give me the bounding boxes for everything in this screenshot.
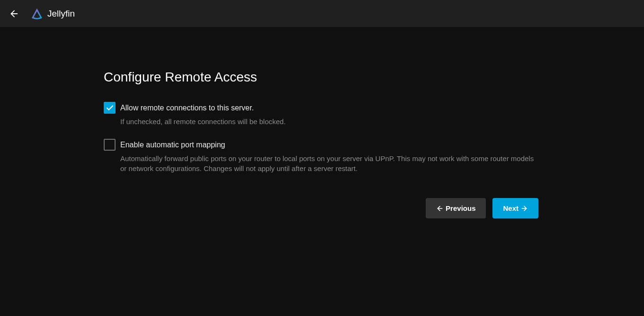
main-content: Configure Remote Access Allow remote con… [0, 27, 540, 218]
port-mapping-checkbox[interactable] [104, 139, 116, 151]
allow-remote-group: Allow remote connections to this server.… [104, 102, 540, 126]
arrow-right-icon [520, 205, 528, 212]
checkbox-row: Enable automatic port mapping [104, 139, 540, 151]
logo-container[interactable]: Jellyfin [30, 7, 75, 20]
port-mapping-label[interactable]: Enable automatic port mapping [120, 139, 225, 151]
check-icon [106, 104, 114, 112]
back-button[interactable] [8, 7, 21, 20]
next-button[interactable]: Next [492, 198, 538, 218]
arrow-left-icon [436, 205, 444, 212]
app-header: Jellyfin [0, 0, 644, 27]
wizard-nav: Previous Next [104, 198, 539, 218]
app-name: Jellyfin [47, 9, 75, 19]
arrow-left-icon [9, 9, 19, 19]
jellyfin-logo-icon [30, 7, 44, 20]
port-mapping-group: Enable automatic port mapping Automatica… [104, 139, 540, 173]
previous-button[interactable]: Previous [426, 198, 486, 218]
checkbox-row: Allow remote connections to this server. [104, 102, 540, 114]
allow-remote-description: If unchecked, all remote connections wil… [120, 117, 540, 126]
allow-remote-label[interactable]: Allow remote connections to this server. [120, 102, 254, 114]
port-mapping-description: Automatically forward public ports on yo… [120, 153, 540, 173]
next-label: Next [503, 204, 519, 212]
page-title: Configure Remote Access [104, 70, 540, 85]
allow-remote-checkbox[interactable] [104, 102, 116, 114]
previous-label: Previous [446, 204, 475, 212]
